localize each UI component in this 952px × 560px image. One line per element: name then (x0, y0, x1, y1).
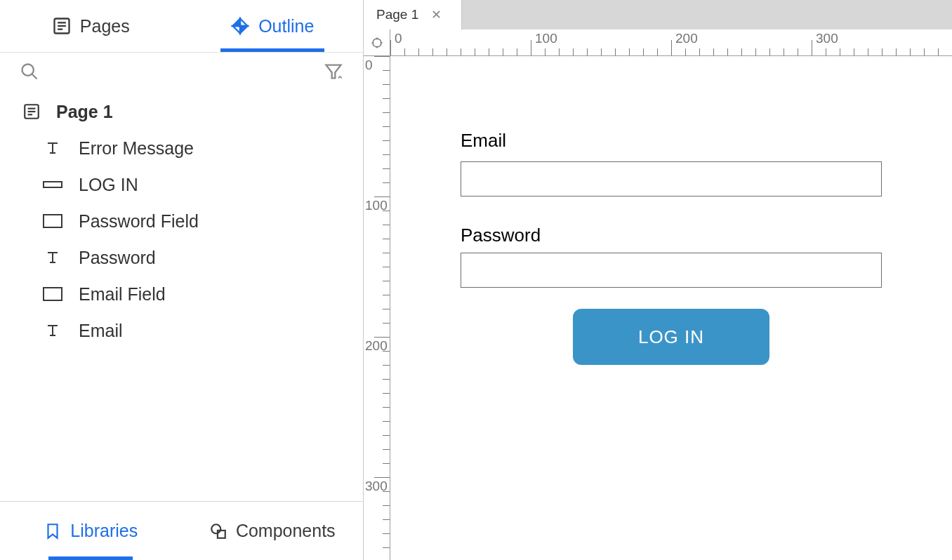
document-tabstrip: Page 1 ✕ (364, 0, 952, 29)
svg-line-9 (32, 74, 37, 79)
tree-item-password-field[interactable]: Password Field (0, 203, 363, 239)
main: Page 1 ✕ 0100200300400 0100200300 Email … (364, 0, 952, 560)
sidebar-top-tabs: Pages Outline (0, 0, 363, 53)
tree-item-label: Error Message (79, 138, 194, 159)
svg-marker-5 (240, 19, 248, 27)
bookmark-icon (44, 522, 62, 540)
search-icon[interactable] (20, 62, 39, 81)
tab-components-label: Components (236, 521, 336, 541)
outline-icon (230, 16, 250, 36)
tab-pages-label: Pages (80, 16, 130, 36)
page-icon (21, 102, 42, 121)
tab-outline[interactable]: Outline (182, 0, 364, 52)
email-label[interactable]: Email (461, 130, 506, 152)
tree-item-label: Email (79, 321, 123, 341)
ruler-horizontal[interactable]: 0100200300400 (390, 29, 952, 56)
document-tab-label: Page 1 (376, 7, 418, 22)
filter-icon[interactable] (324, 62, 343, 81)
field-icon (42, 214, 63, 228)
workspace: 0100200300400 0100200300 Email Password … (364, 29, 952, 560)
tree-item-label: Password (79, 248, 156, 268)
svg-rect-19 (44, 215, 62, 227)
button-icon (42, 180, 63, 189)
login-button[interactable]: LOG IN (573, 309, 769, 365)
tab-components[interactable]: Components (182, 502, 364, 560)
outline-tree: Page 1 Error Message LOG IN Password Fie… (0, 91, 363, 501)
ruler-origin[interactable] (364, 29, 390, 56)
sidebar-tools (0, 53, 363, 91)
tree-page-label: Page 1 (56, 102, 113, 122)
sidebar-bottom-tabs: Libraries Components (0, 501, 363, 560)
components-icon (209, 522, 227, 540)
tree-item-password[interactable]: Password (0, 239, 363, 276)
svg-marker-10 (326, 65, 341, 79)
tree-item-label: LOG IN (79, 175, 138, 195)
svg-marker-6 (233, 26, 241, 34)
svg-marker-7 (240, 26, 248, 34)
tree-page-row[interactable]: Page 1 (0, 93, 363, 130)
text-icon (42, 249, 63, 266)
tab-libraries-label: Libraries (70, 521, 138, 541)
password-label[interactable]: Password (461, 225, 541, 246)
password-field[interactable] (461, 253, 882, 288)
field-icon (42, 287, 63, 301)
svg-rect-28 (218, 530, 225, 538)
canvas[interactable]: Email Password LOG IN (390, 56, 952, 560)
text-icon (42, 322, 63, 339)
tree-item-label: Password Field (79, 211, 199, 232)
sidebar: Pages Outline Page 1 (0, 0, 364, 560)
tab-libraries[interactable]: Libraries (0, 502, 182, 560)
svg-point-29 (373, 39, 381, 47)
login-button-label: LOG IN (638, 326, 704, 348)
tree-item-label: Email Field (79, 284, 166, 305)
document-tab[interactable]: Page 1 ✕ (364, 0, 462, 29)
tab-outline-label: Outline (258, 16, 314, 36)
svg-rect-18 (44, 182, 62, 187)
svg-rect-23 (44, 288, 62, 300)
close-icon[interactable]: ✕ (431, 7, 442, 22)
tree-item-email[interactable]: Email (0, 312, 363, 349)
svg-point-8 (22, 65, 34, 76)
tree-item-login[interactable]: LOG IN (0, 166, 363, 203)
email-field[interactable] (461, 161, 882, 196)
tree-item-error-message[interactable]: Error Message (0, 130, 363, 166)
ruler-vertical[interactable]: 0100200300 (364, 56, 390, 560)
tree-item-email-field[interactable]: Email Field (0, 276, 363, 312)
text-icon (42, 140, 63, 156)
svg-marker-4 (233, 19, 241, 27)
svg-point-27 (211, 524, 220, 533)
tab-pages[interactable]: Pages (0, 0, 182, 52)
pages-icon (52, 16, 72, 36)
